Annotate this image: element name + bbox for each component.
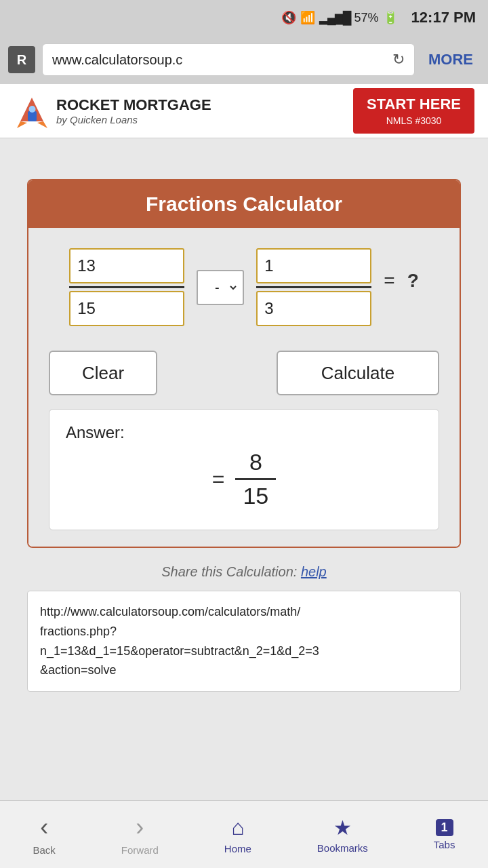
calculator-title: Fractions Calculator (28, 180, 460, 228)
ad-banner[interactable]: ROCKET MORTGAGE by Quicken Loans START H… (0, 84, 488, 138)
more-button[interactable]: MORE (422, 51, 480, 68)
ad-logo-text: ROCKET MORTGAGE by Quicken Loans (56, 96, 211, 125)
nav-tabs[interactable]: 1 Tabs (434, 819, 455, 850)
forward-icon: › (136, 813, 144, 842)
answer-label: Answer: (66, 423, 422, 442)
refresh-icon[interactable]: ↻ (392, 51, 405, 68)
back-icon: ‹ (40, 813, 48, 842)
cta-line1: START HERE (367, 95, 461, 115)
home-icon: ⌂ (231, 815, 244, 840)
share-section: Share this Calculation: help (0, 548, 488, 591)
fraction1-numerator[interactable] (69, 248, 184, 283)
share-text: Share this Calculation: (161, 564, 297, 579)
answer-box: Answer: = 8 15 (49, 409, 439, 530)
nav-tabs-label: Tabs (434, 839, 455, 850)
battery-text: 57% (354, 11, 379, 25)
nav-home[interactable]: ⌂ Home (224, 815, 251, 854)
fraction2-group (256, 248, 371, 326)
nav-bookmarks-label: Bookmarks (317, 842, 368, 854)
url-box[interactable]: http://www.calculatorsoup.com/calculator… (27, 591, 461, 692)
fraction-area: + - × ÷ = ? (49, 248, 439, 326)
favicon: R (8, 46, 35, 73)
svg-marker-2 (37, 121, 47, 128)
result-fraction: 8 15 (235, 449, 276, 509)
share-help-link[interactable]: help (301, 564, 327, 579)
address-bar: R www.calculatorsoup.c ↻ MORE (0, 35, 488, 84)
ad-cta[interactable]: START HERE NMLS #3030 (353, 88, 474, 134)
fraction2-numerator[interactable] (256, 248, 371, 283)
nav-home-label: Home (224, 843, 251, 854)
answer-equals: = (212, 467, 225, 492)
operator-select[interactable]: + - × ÷ (197, 270, 244, 305)
rocket-icon (14, 94, 51, 128)
nav-bookmarks[interactable]: ★ Bookmarks (317, 816, 368, 854)
nav-back[interactable]: ‹ Back (33, 813, 55, 856)
clear-button[interactable]: Clear (49, 351, 157, 395)
signal-icon: ▂▄▆█ (319, 10, 350, 25)
bottom-nav: ‹ Back › Forward ⌂ Home ★ Bookmarks 1 Ta… (0, 800, 488, 868)
status-time: 12:17 PM (411, 9, 476, 26)
svg-rect-3 (28, 111, 37, 121)
equals-sign: = (384, 270, 394, 292)
cta-line2: NMLS #3030 (367, 115, 461, 127)
calculator-card: Fractions Calculator + - × ÷ (27, 179, 461, 548)
url-field[interactable]: www.calculatorsoup.c ↻ (42, 43, 415, 76)
result-numerator: 8 (249, 449, 262, 475)
svg-point-4 (29, 106, 36, 113)
question-mark: ? (407, 270, 419, 292)
calculate-button[interactable]: Calculate (277, 351, 439, 395)
brand-sub: by Quicken Loans (56, 114, 211, 125)
result-line (235, 478, 276, 480)
url-text: www.calculatorsoup.c (52, 52, 182, 68)
svg-marker-1 (17, 121, 27, 128)
fraction1-group (69, 248, 184, 326)
wifi-icon: 📶 (300, 10, 315, 25)
calculator-body: + - × ÷ = ? Clear Calculate (28, 228, 460, 547)
url-box-text: http://www.calculatorsoup.com/calculator… (40, 605, 319, 677)
spacer (0, 138, 488, 179)
brand-name: ROCKET MORTGAGE (56, 96, 211, 114)
answer-fraction: = 8 15 (66, 449, 422, 509)
bookmarks-icon: ★ (333, 816, 352, 840)
fraction2-denominator[interactable] (256, 291, 371, 326)
ad-logo: ROCKET MORTGAGE by Quicken Loans (14, 94, 211, 128)
battery-icon: 🔋 (383, 10, 398, 25)
status-icons: 🔇 📶 ▂▄▆█ 57% 🔋 (281, 10, 398, 25)
button-row: Clear Calculate (49, 351, 439, 395)
mute-icon: 🔇 (281, 10, 296, 25)
nav-forward-label: Forward (121, 844, 159, 856)
nav-forward[interactable]: › Forward (121, 813, 159, 856)
result-denominator: 15 (243, 483, 268, 509)
tabs-icon: 1 (436, 819, 453, 836)
fraction1-denominator[interactable] (69, 291, 184, 326)
fraction1-line (69, 286, 184, 288)
fraction2-line (256, 286, 371, 288)
nav-back-label: Back (33, 844, 55, 856)
status-bar: 🔇 📶 ▂▄▆█ 57% 🔋 12:17 PM (0, 0, 488, 35)
